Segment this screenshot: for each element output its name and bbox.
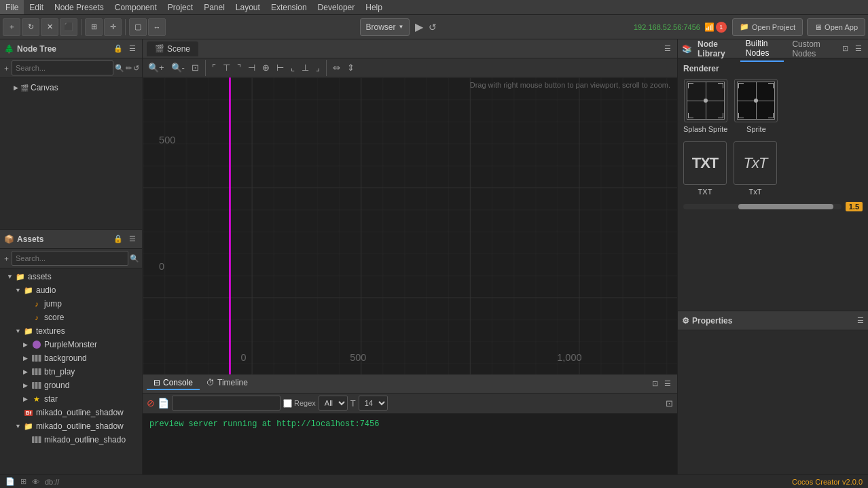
- node-lib-item-splash-sprite[interactable]: Splash Sprite: [683, 79, 727, 133]
- toolbar-screenshot-btn[interactable]: ⬛: [60, 18, 77, 36]
- align-mc-btn[interactable]: ⊕: [259, 61, 272, 74]
- timeline-tab[interactable]: ⏱ Timeline: [200, 377, 255, 390]
- mikado-folder-icon: 📁: [23, 421, 34, 432]
- asset-item-assets[interactable]: ▼ 📁 assets: [0, 270, 142, 283]
- asset-item-textures[interactable]: ▼ 📁 textures: [0, 324, 142, 338]
- node-lib-float-btn[interactable]: ⊡: [840, 43, 850, 54]
- custom-nodes-tab[interactable]: Custom Nodes: [786, 39, 835, 61]
- statusbar-eye-btn[interactable]: 👁: [32, 478, 39, 486]
- console-expand-btn[interactable]: ⊡: [666, 398, 673, 408]
- menu-project[interactable]: Project: [162, 0, 198, 14]
- open-project-button[interactable]: 📁 Open Project: [732, 18, 803, 36]
- btn-strip-icon: [31, 366, 42, 377]
- statusbar-file-btn[interactable]: 📄: [5, 477, 15, 486]
- console-tab[interactable]: ⊟ Console: [147, 377, 200, 390]
- node-tree-menu-btn[interactable]: ☰: [127, 43, 138, 54]
- menu-file[interactable]: File: [0, 0, 24, 14]
- bf-badge: Bf: [24, 410, 33, 416]
- node-lib-scroll-track[interactable]: [683, 204, 842, 209]
- tree-add-btn[interactable]: ＋: [3, 63, 10, 73]
- menu-component[interactable]: Component: [109, 0, 162, 14]
- asset-item-score[interactable]: ♪ score: [0, 311, 142, 324]
- asset-item-star[interactable]: ▶ ★ star: [0, 392, 142, 406]
- asset-item-mikado-bf[interactable]: Bf mikado_outline_shadow: [0, 406, 142, 419]
- tree-refresh-btn[interactable]: ↺: [133, 64, 139, 73]
- toolbar-add-btn[interactable]: ＋: [3, 18, 20, 36]
- zoom-fit-btn[interactable]: ⊡: [189, 61, 202, 74]
- tree-edit-btn[interactable]: ✏: [126, 64, 132, 73]
- menu-layout[interactable]: Layout: [230, 0, 266, 14]
- open-app-button[interactable]: 🖥 Open App: [807, 18, 865, 36]
- tree-search-input[interactable]: [12, 60, 113, 75]
- node-lib-menu-btn[interactable]: ☰: [853, 43, 864, 54]
- sprite-preview: [737, 82, 775, 120]
- align-tc-btn[interactable]: ⊤: [220, 61, 233, 74]
- mikado-folder-label: mikado_outline_shadow: [36, 421, 124, 431]
- statusbar-layers-btn[interactable]: ⊞: [20, 477, 26, 486]
- assets-add-btn[interactable]: ＋: [3, 254, 10, 264]
- console-clear-btn[interactable]: ⊘: [147, 398, 155, 408]
- asset-item-purplemonster[interactable]: ▶ PurpleMonster: [0, 338, 142, 351]
- menu-node-presets[interactable]: Node Presets: [49, 0, 109, 14]
- asset-item-btnplay[interactable]: ▶ btn_play: [0, 365, 142, 379]
- align-br-btn[interactable]: ⌟: [313, 61, 323, 74]
- reload-button[interactable]: ↺: [429, 22, 437, 33]
- console-menu-btn[interactable]: ☰: [662, 379, 673, 389]
- node-lib-item-txt-italic[interactable]: TxT TxT: [734, 141, 777, 196]
- console-regex-checkbox[interactable]: [283, 399, 292, 408]
- console-file-btn[interactable]: 📄: [158, 398, 169, 408]
- asset-item-mikado-sub[interactable]: mikado_outline_shado: [0, 433, 142, 447]
- assets-menu-btn[interactable]: ☰: [127, 234, 138, 244]
- console-size-select[interactable]: 14: [359, 396, 388, 411]
- scene-canvas[interactable]: Drag with right mouse button to pan view…: [143, 77, 677, 374]
- align-bc-btn[interactable]: ⊥: [299, 61, 312, 74]
- scene-menu-btn[interactable]: ☰: [662, 43, 673, 54]
- toolbar-cross-btn[interactable]: ✛: [104, 18, 122, 36]
- menu-edit[interactable]: Edit: [24, 0, 49, 14]
- toolbar-close-btn[interactable]: ✕: [41, 18, 58, 36]
- play-button[interactable]: ▶: [411, 19, 427, 35]
- align-tr-btn[interactable]: ⌝: [234, 61, 244, 74]
- align-tl-btn[interactable]: ⌜: [209, 61, 219, 74]
- toolbar-refresh-btn[interactable]: ↻: [22, 18, 39, 36]
- console-level-select[interactable]: All: [319, 396, 348, 411]
- align-mr-btn[interactable]: ⊢: [274, 61, 287, 74]
- browser-selector[interactable]: Browser ▼: [360, 18, 410, 36]
- zoom-in-btn[interactable]: 🔍+: [145, 61, 167, 74]
- asset-item-audio[interactable]: ▼ 📁 audio: [0, 283, 142, 297]
- properties-menu-btn[interactable]: ☰: [857, 316, 864, 325]
- svg-text:500: 500: [350, 352, 366, 363]
- align-bl-btn[interactable]: ⌞: [288, 61, 297, 74]
- console-search-input[interactable]: [172, 396, 281, 411]
- scene-tab[interactable]: 🎬 Scene: [147, 41, 198, 56]
- console-font-btn[interactable]: T: [350, 398, 356, 408]
- dist-v-btn[interactable]: ⇕: [344, 61, 357, 74]
- node-lib-item-sprite[interactable]: Sprite: [734, 79, 778, 133]
- asset-item-ground[interactable]: ▶ ground: [0, 379, 142, 392]
- dist-h-btn[interactable]: ⇔: [330, 61, 343, 74]
- assets-lock-btn[interactable]: 🔒: [111, 234, 125, 244]
- menu-help[interactable]: Help: [360, 0, 388, 14]
- asset-item-jump[interactable]: ♪ jump: [0, 297, 142, 311]
- asset-item-background[interactable]: ▶ background: [0, 351, 142, 365]
- console-regex-label[interactable]: Regex: [283, 399, 316, 408]
- menu-extension[interactable]: Extension: [266, 0, 312, 14]
- toolbar-grid-btn[interactable]: ⊞: [85, 18, 103, 36]
- tree-item-canvas[interactable]: ▶ 🎬 Canvas: [0, 81, 142, 94]
- menu-developer[interactable]: Developer: [312, 0, 361, 14]
- btnplay-strip-icon: [32, 368, 41, 375]
- align-ml-btn[interactable]: ⊣: [245, 61, 258, 74]
- scene-hint: Drag with right mouse button to pan view…: [470, 81, 670, 89]
- assets-search-btn[interactable]: 🔍: [130, 254, 139, 263]
- node-tree-lock-btn[interactable]: 🔒: [111, 43, 125, 54]
- toolbar-rect-btn[interactable]: ▢: [129, 18, 147, 36]
- toolbar-move-btn[interactable]: ↔: [148, 18, 166, 36]
- tree-search-btn[interactable]: 🔍: [115, 64, 124, 73]
- assets-search-input[interactable]: [12, 251, 128, 266]
- asset-item-mikado-folder[interactable]: ▼ 📁 mikado_outline_shadow: [0, 419, 142, 433]
- console-float-btn[interactable]: ⊡: [650, 379, 660, 389]
- menu-panel[interactable]: Panel: [198, 0, 230, 14]
- node-lib-item-txt[interactable]: TXT TXT: [683, 141, 727, 196]
- zoom-out-btn[interactable]: 🔍-: [168, 61, 187, 74]
- assets-toolbar: ＋ 🔍: [0, 249, 142, 268]
